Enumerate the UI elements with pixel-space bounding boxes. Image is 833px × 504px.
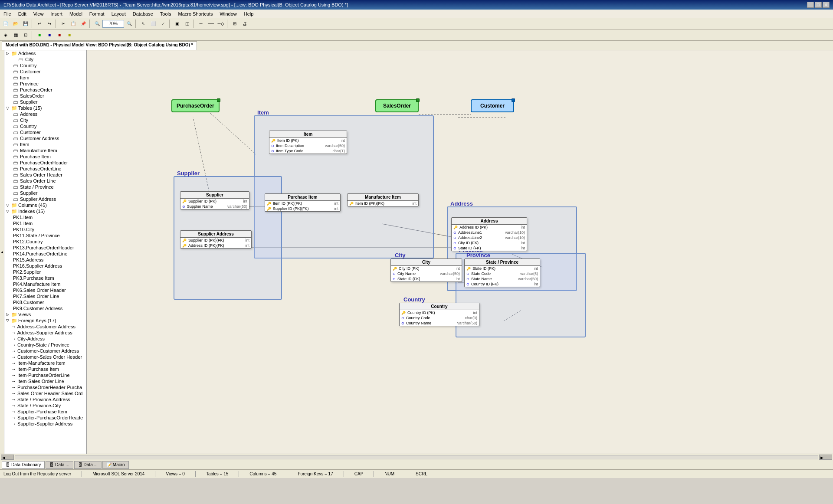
- tree-t-supplieraddress[interactable]: 🗃Supplier Address: [4, 196, 86, 202]
- scroll-right-btn[interactable]: ►: [819, 455, 832, 460]
- tree-idx-pk10city[interactable]: PK10.City: [4, 226, 86, 232]
- tree-idx-pk16supaddr[interactable]: PK16.Supplier Address: [4, 263, 86, 269]
- zoom-in-btn[interactable]: 🔍: [92, 19, 102, 29]
- bottom-tab-macro[interactable]: 📝 Macro: [102, 461, 129, 469]
- tree-fk-item-poline[interactable]: → Item-PurchaseOrderLine: [4, 372, 86, 378]
- copy-btn[interactable]: 📋: [69, 19, 78, 29]
- tree-fk-city-addr[interactable]: → City-Address: [4, 336, 86, 342]
- table-purchase-item[interactable]: Purchase Item 🔑Item ID (PK)(FK)int 🔑Supp…: [265, 193, 341, 212]
- tree-fk-item-mi[interactable]: → Item-Manufacture Item: [4, 360, 86, 366]
- tree-t-supplier[interactable]: 🗃Supplier: [4, 190, 86, 196]
- menu-insert[interactable]: Insert: [47, 10, 66, 17]
- tree-idx-pk2sup[interactable]: PK2.Supplier: [4, 269, 86, 275]
- tree-fk-sup-pi[interactable]: → Supplier-Purchase Item: [4, 409, 86, 415]
- bottom-tab-data3[interactable]: 🗄 Data ...: [74, 461, 102, 469]
- panel-collapse-btn[interactable]: ◄: [0, 50, 4, 454]
- tree-idx-pk7soline[interactable]: PK7.Sales Order Line: [4, 293, 86, 299]
- tree-t-address[interactable]: 🗃Address: [4, 111, 86, 117]
- tree-fk-root[interactable]: ▽ 📁 Foreign Keys (17): [4, 317, 86, 324]
- tree-t-purchaseitem[interactable]: 🗃Purchase Item: [4, 154, 86, 160]
- rel-btn[interactable]: ─: [196, 19, 206, 29]
- menu-layout[interactable]: Layout: [108, 10, 129, 17]
- tree-fk-cust-custaddr[interactable]: → Customer-Customer Address: [4, 348, 86, 354]
- tree-idx-pk11state[interactable]: PK11.State / Province: [4, 232, 86, 239]
- zoom-out-btn[interactable]: 🔍: [125, 19, 134, 29]
- tree-idx-pk8cust[interactable]: PK8.Customer: [4, 299, 86, 305]
- entity-salesorder[interactable]: SalesOrder: [375, 99, 419, 112]
- db-btn3[interactable]: ⊡: [21, 30, 30, 40]
- undo-btn[interactable]: ↩: [35, 19, 44, 29]
- tree-item-supplier[interactable]: 🗃 Supplier: [4, 99, 86, 105]
- tree-t-country[interactable]: 🗃Country: [4, 123, 86, 129]
- tree-fk-sohdr-sosold[interactable]: → Sales Order Header-Sales Ord: [4, 390, 86, 396]
- paste-btn[interactable]: 📌: [79, 19, 88, 29]
- layout-btn[interactable]: ⊞: [230, 19, 239, 29]
- redo-btn[interactable]: ↪: [45, 19, 54, 29]
- color-btn4[interactable]: ■: [65, 30, 74, 40]
- tree-item-purchaseorder[interactable]: 🗃 PurchaseOrder: [4, 87, 86, 93]
- entity-customer[interactable]: Customer: [471, 99, 514, 112]
- tree-t-customer[interactable]: 🗃Customer: [4, 129, 86, 135]
- line-btn[interactable]: ⟋: [158, 19, 168, 29]
- menu-view[interactable]: View: [30, 10, 47, 17]
- tree-idx-pk9custaddr[interactable]: PK9.Customer Address: [4, 305, 86, 311]
- tree-fk-cust-sohdr[interactable]: → Customer-Sales Order Header: [4, 354, 86, 360]
- scroll-track[interactable]: [15, 455, 818, 459]
- tree-fk-state-city[interactable]: → State / Province-City: [4, 403, 86, 409]
- tree-t-sohdr[interactable]: 🗃Sales Order Header: [4, 172, 86, 178]
- bottom-tab-data2[interactable]: 🗄 Data ...: [46, 461, 73, 469]
- menu-database[interactable]: Database: [129, 10, 157, 17]
- cut-btn[interactable]: ✂: [59, 19, 68, 29]
- minimize-button[interactable]: —: [807, 2, 814, 8]
- tree-item-address-root[interactable]: ▷ 📁 Address: [4, 50, 86, 56]
- tree-t-pohdr[interactable]: 🗃PurchaseOrderHeader: [4, 160, 86, 166]
- bottom-tab-data1[interactable]: 🗄 Data Dictionary: [2, 461, 45, 469]
- tree-indexes-root[interactable]: ▽ 📁 Indexes (15): [4, 208, 86, 214]
- tree-fk-sup-supaddr[interactable]: → Supplier-Supplier Address: [4, 421, 86, 427]
- tree-fk-addr-custaddr[interactable]: → Address-Customer Address: [4, 324, 86, 330]
- zoom-input[interactable]: [102, 20, 124, 28]
- tree-fk-sup-pohdr[interactable]: → Supplier-PurchaseOrderHeade: [4, 415, 86, 421]
- table-address[interactable]: Address 🔑Address ID (PK)int ⊙AddressLine…: [451, 217, 527, 251]
- tree-item-province[interactable]: 🗃 Province: [4, 81, 86, 87]
- menu-help[interactable]: Help: [240, 10, 257, 17]
- tree-item-customer[interactable]: 🗃 Customer: [4, 69, 86, 75]
- tree-tables-root[interactable]: ▽ 📁 Tables (15): [4, 105, 86, 111]
- tree-item-city[interactable]: 🗃 City: [4, 56, 86, 62]
- color-btn3[interactable]: ■: [55, 30, 64, 40]
- new-btn[interactable]: 📄: [1, 19, 10, 29]
- tree-fk-item-pi[interactable]: → Item-Purchase Item: [4, 366, 86, 372]
- print-btn[interactable]: 🖨: [240, 19, 249, 29]
- menu-model[interactable]: Model: [66, 10, 86, 17]
- tree-item-item[interactable]: 🗃 Item: [4, 75, 86, 81]
- table-supplier-address[interactable]: Supplier Address 🔑Supplier ID (PK)(FK)in…: [180, 230, 252, 249]
- tree-t-item[interactable]: 🗃Item: [4, 141, 86, 147]
- maximize-button[interactable]: □: [815, 2, 822, 8]
- menu-macro[interactable]: Macro Shortcuts: [175, 10, 216, 17]
- open-btn[interactable]: 📂: [11, 19, 20, 29]
- save-btn[interactable]: 💾: [21, 19, 30, 29]
- view-btn[interactable]: ◫: [182, 19, 192, 29]
- table-state-province[interactable]: State / Province 🔑State ID (PK)int ⊙Stat…: [464, 259, 540, 287]
- pointer-btn[interactable]: ↖: [138, 19, 148, 29]
- table-manufacture-item[interactable]: Manufacture Item 🔑Item ID (PK)(FK)int: [347, 193, 419, 206]
- scroll-left-btn[interactable]: ◄: [1, 455, 14, 460]
- tree-idx-pk14poline[interactable]: PK14.PurchaseOrderLine: [4, 251, 86, 257]
- menu-format[interactable]: Format: [86, 10, 108, 17]
- tree-t-manufactureitem[interactable]: 🗃Manufacture Item: [4, 147, 86, 154]
- tree-idx-pk1item[interactable]: PK1.Item: [4, 214, 86, 220]
- tree-item-country[interactable]: 🗃 Country: [4, 62, 86, 69]
- tree-t-city[interactable]: 🗃City: [4, 117, 86, 123]
- db-btn2[interactable]: ▦: [11, 30, 20, 40]
- tree-t-customeraddress[interactable]: 🗃Customer Address: [4, 135, 86, 141]
- tree-columns-root[interactable]: ▽ 📁 Columns (45): [4, 202, 86, 208]
- entity-purchaseorder[interactable]: PurchaseOrder: [171, 99, 220, 112]
- entity-btn[interactable]: ▣: [172, 19, 182, 29]
- menu-tools[interactable]: Tools: [157, 10, 175, 17]
- tree-t-state[interactable]: 🗃State / Province: [4, 184, 86, 190]
- tree-idx-pk3pi[interactable]: PK3.Purchase Item: [4, 275, 86, 281]
- tree-fk-state-addr[interactable]: → State / Province-Address: [4, 396, 86, 403]
- tree-fk-addr-supaddr[interactable]: → Address-Supplier Address: [4, 330, 86, 336]
- menu-file[interactable]: File: [0, 10, 15, 17]
- identify-rel-btn[interactable]: ──: [206, 19, 216, 29]
